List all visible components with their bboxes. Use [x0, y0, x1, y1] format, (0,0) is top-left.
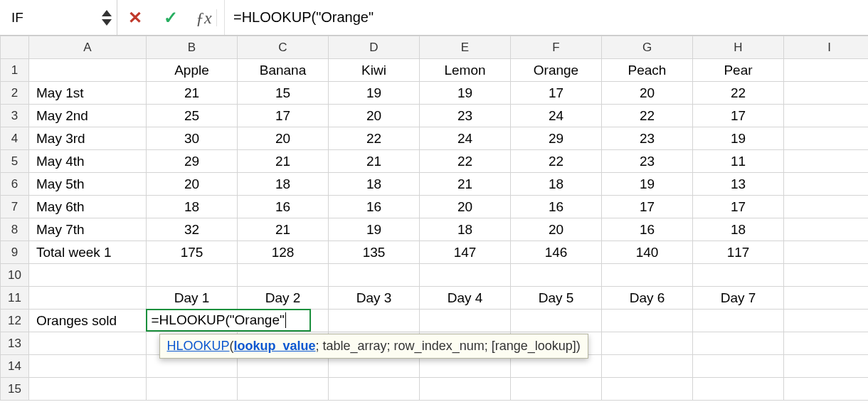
cell[interactable] — [784, 59, 869, 82]
cell[interactable]: 17 — [693, 105, 784, 127]
row-header[interactable]: 8 — [1, 218, 29, 241]
cell[interactable]: 17 — [693, 196, 784, 218]
cell[interactable]: May 5th — [29, 173, 147, 196]
col-header[interactable]: G — [602, 36, 693, 59]
col-header[interactable]: C — [238, 36, 329, 59]
cell[interactable]: 30 — [147, 127, 238, 150]
chevron-down-icon[interactable] — [102, 19, 112, 26]
formula-input[interactable]: =HLOOKUP("Orange" — [225, 0, 868, 35]
row-header[interactable]: 3 — [1, 105, 29, 127]
row-header[interactable]: 6 — [1, 173, 29, 196]
cell[interactable]: 21 — [147, 82, 238, 105]
cell[interactable] — [420, 264, 511, 287]
row-header[interactable]: 15 — [1, 378, 29, 401]
cell[interactable]: 18 — [693, 218, 784, 241]
row-header[interactable]: 1 — [1, 59, 29, 82]
cell[interactable]: May 3rd — [29, 127, 147, 150]
cell[interactable]: Day 7 — [693, 287, 784, 310]
cell[interactable]: 140 — [602, 241, 693, 264]
name-box[interactable]: IF — [0, 0, 117, 35]
cell[interactable]: Banana — [238, 59, 329, 82]
cell[interactable] — [29, 332, 147, 355]
cell[interactable]: 117 — [693, 241, 784, 264]
row-header[interactable]: 5 — [1, 150, 29, 173]
cell[interactable]: May 1st — [29, 82, 147, 105]
col-header[interactable]: I — [784, 36, 869, 59]
cell[interactable]: Orange — [511, 59, 602, 82]
cell[interactable]: 19 — [329, 82, 420, 105]
cell[interactable] — [29, 355, 147, 378]
cell[interactable]: 147 — [420, 241, 511, 264]
select-all-corner[interactable] — [1, 36, 29, 59]
cell[interactable]: 11 — [693, 150, 784, 173]
cell[interactable] — [329, 378, 420, 401]
cell[interactable] — [784, 105, 869, 127]
cell[interactable]: 25 — [147, 105, 238, 127]
row-header[interactable]: 4 — [1, 127, 29, 150]
cell[interactable]: 22 — [602, 105, 693, 127]
cancel-icon[interactable]: ✕ — [125, 9, 146, 26]
cell[interactable] — [420, 310, 511, 332]
cell[interactable]: 18 — [238, 173, 329, 196]
cell[interactable]: 18 — [329, 173, 420, 196]
cell[interactable]: Pear — [693, 59, 784, 82]
cell[interactable]: 20 — [602, 82, 693, 105]
cell[interactable]: 22 — [693, 82, 784, 105]
cell[interactable]: 19 — [693, 127, 784, 150]
col-header[interactable]: B — [147, 36, 238, 59]
cell[interactable]: 21 — [329, 150, 420, 173]
cell[interactable] — [693, 264, 784, 287]
cell[interactable]: 19 — [329, 218, 420, 241]
cell[interactable]: May 7th — [29, 218, 147, 241]
col-header[interactable]: E — [420, 36, 511, 59]
row-header[interactable]: 14 — [1, 355, 29, 378]
cell[interactable]: May 4th — [29, 150, 147, 173]
cell[interactable]: 16 — [329, 196, 420, 218]
col-header[interactable]: F — [511, 36, 602, 59]
cell[interactable]: 22 — [420, 150, 511, 173]
cell[interactable]: Oranges sold — [29, 310, 147, 332]
cell[interactable] — [784, 82, 869, 105]
cell[interactable]: 17 — [238, 105, 329, 127]
cell[interactable] — [784, 310, 869, 332]
cell[interactable] — [784, 218, 869, 241]
fx-icon[interactable]: ƒx — [196, 9, 217, 26]
cell[interactable]: 23 — [602, 127, 693, 150]
cell[interactable] — [147, 264, 238, 287]
cell[interactable] — [29, 59, 147, 82]
name-box-spinner[interactable] — [97, 10, 117, 26]
cell[interactable]: 21 — [238, 218, 329, 241]
cell[interactable]: 16 — [602, 218, 693, 241]
tooltip-arg-link[interactable]: lookup_value — [234, 339, 316, 353]
cell[interactable] — [29, 264, 147, 287]
cell[interactable]: 24 — [511, 105, 602, 127]
cell[interactable] — [784, 241, 869, 264]
cell[interactable] — [784, 173, 869, 196]
cell[interactable]: 20 — [238, 127, 329, 150]
cell[interactable]: 23 — [420, 105, 511, 127]
cell[interactable]: May 6th — [29, 196, 147, 218]
cell[interactable]: Day 3 — [329, 287, 420, 310]
row-header[interactable]: 10 — [1, 264, 29, 287]
cell[interactable] — [29, 378, 147, 401]
cell[interactable]: 18 — [511, 173, 602, 196]
col-header[interactable]: D — [329, 36, 420, 59]
col-header[interactable]: H — [693, 36, 784, 59]
cell[interactable]: 13 — [693, 173, 784, 196]
col-header[interactable]: A — [29, 36, 147, 59]
cell[interactable]: 29 — [511, 127, 602, 150]
cell[interactable]: 20 — [329, 105, 420, 127]
cell[interactable]: 19 — [420, 82, 511, 105]
cell[interactable]: 22 — [511, 150, 602, 173]
cell[interactable] — [693, 355, 784, 378]
cell[interactable] — [329, 264, 420, 287]
cell[interactable] — [784, 127, 869, 150]
cell[interactable]: Day 5 — [511, 287, 602, 310]
cell[interactable] — [147, 378, 238, 401]
cell[interactable]: Day 6 — [602, 287, 693, 310]
cell[interactable] — [420, 378, 511, 401]
row-header[interactable]: 12 — [1, 310, 29, 332]
cell[interactable]: 21 — [420, 173, 511, 196]
cell[interactable]: 175 — [147, 241, 238, 264]
cell[interactable] — [784, 196, 869, 218]
